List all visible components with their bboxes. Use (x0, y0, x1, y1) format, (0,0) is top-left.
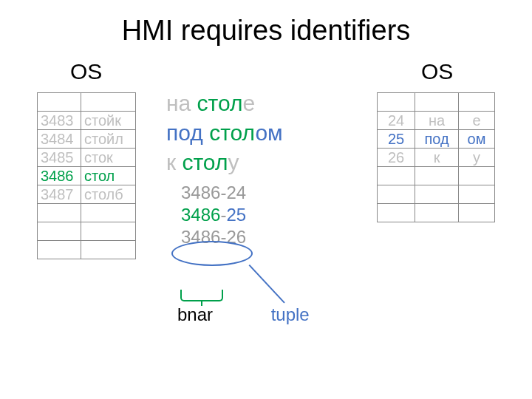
center-column: на столепод столомк столу 3486-243486-25… (166, 89, 358, 248)
tuple-label: tuple (271, 304, 310, 325)
id-line: 3486-24 (181, 182, 358, 204)
phrase-line: под столом (166, 118, 358, 148)
table-row: 3485сток (38, 149, 136, 167)
tuple-oval (171, 241, 253, 266)
page-title: HMI requires identifiers (0, 15, 532, 47)
table-row: 25подом (378, 130, 495, 149)
bnar-label: bnar (177, 304, 266, 325)
table-row: 3483стойк (38, 112, 136, 130)
os-left-label: OS (70, 59, 102, 84)
tuple-pointer (249, 265, 285, 304)
identifier-list: 3486-243486-253486-26 (181, 182, 358, 248)
labels-row: bnar tuple (177, 304, 310, 325)
table-row: 24нае (378, 112, 495, 130)
os-right-label: OS (421, 59, 453, 84)
phrase-line: к столу (166, 148, 358, 177)
table-row: 3484стойл (38, 130, 136, 149)
bnar-bracket (180, 290, 223, 301)
table-row: 3487столб (38, 185, 136, 204)
phrase-line: на столе (166, 89, 358, 118)
table-row: 26ку (378, 149, 495, 167)
table-row: 3486стол (38, 167, 136, 185)
phrases: на столепод столомк столу (166, 89, 358, 177)
left-table: 3483стойк3484стойл3485сток3486стол3487ст… (37, 92, 136, 259)
right-table: 24нае25подом26ку (377, 92, 495, 222)
id-line: 3486-25 (181, 204, 358, 226)
